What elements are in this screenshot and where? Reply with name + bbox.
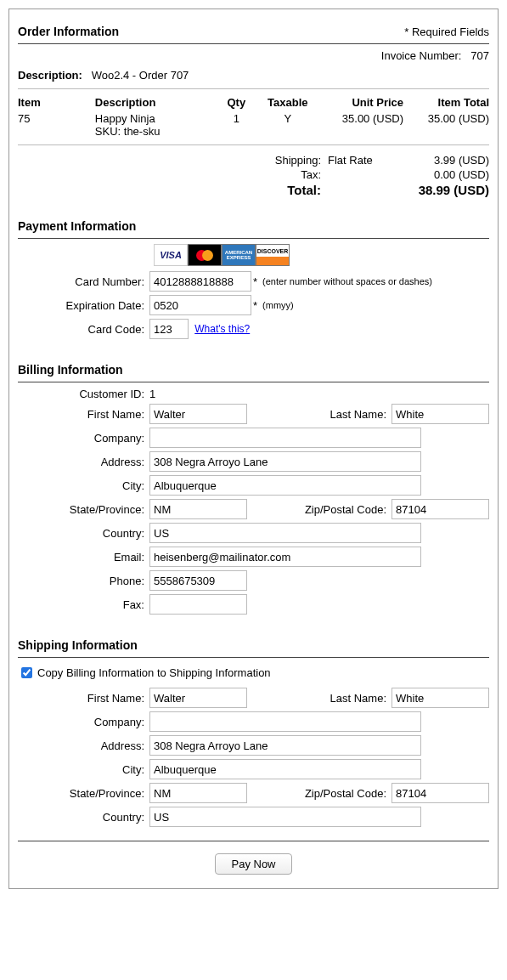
col-unit-price: Unit Price — [318, 94, 403, 110]
expiration-hint: (mmyy) — [262, 300, 294, 310]
expiration-label: Expiration Date: — [18, 299, 149, 312]
last-name-label: Last Name: — [247, 408, 392, 421]
first-name-label: First Name: — [18, 408, 149, 421]
customer-id-label: Customer ID: — [18, 388, 149, 400]
billing-zip-input[interactable] — [392, 499, 489, 519]
divider — [18, 841, 489, 841]
divider — [18, 382, 489, 382]
expiration-input[interactable] — [149, 295, 251, 315]
col-desc: Description — [95, 94, 215, 110]
billing-phone-row: Phone: — [18, 570, 489, 591]
pay-now-button[interactable]: Pay Now — [215, 853, 291, 875]
customer-id-value: 1 — [149, 388, 155, 400]
tax-mid — [328, 168, 404, 181]
address-label: Address: — [18, 456, 149, 468]
whats-this-link[interactable]: What's this? — [194, 323, 250, 335]
billing-fax-input[interactable] — [149, 594, 247, 615]
invoice-row: Invoice Number: 707 — [18, 49, 489, 62]
address-label: Address: — [18, 739, 149, 752]
tax-label: Tax: — [245, 168, 321, 181]
item-desc: Happy Ninja — [95, 112, 215, 125]
billing-info-title: Billing Information — [18, 363, 123, 377]
shipping-country-input[interactable] — [149, 807, 421, 827]
shipping-country-row: Country: — [18, 807, 489, 827]
billing-last-name-input[interactable] — [392, 404, 489, 424]
cell-taxable: Y — [258, 110, 318, 139]
billing-company-input[interactable] — [149, 428, 421, 448]
shipping-city-input[interactable] — [149, 759, 421, 779]
copy-billing-row: Copy Billing Information to Shipping Inf… — [18, 665, 489, 681]
card-number-input[interactable] — [149, 271, 251, 292]
required-star: * — [253, 299, 257, 312]
billing-first-name-input[interactable] — [149, 404, 247, 424]
billing-email-row: Email: — [18, 547, 489, 567]
shipping-last-name-input[interactable] — [392, 688, 489, 708]
zip-label: Zip/Postal Code: — [247, 787, 392, 800]
cell-unit-price: 35.00 (USD) — [318, 110, 403, 139]
company-label: Company: — [18, 716, 149, 728]
col-taxable: Taxable — [258, 94, 318, 110]
fax-label: Fax: — [18, 598, 149, 611]
total-label: Total: — [245, 183, 321, 197]
divider — [18, 144, 489, 145]
amex-icon: AMERICANEXPRESS — [222, 244, 256, 266]
card-number-row: Card Number: * (enter number without spa… — [18, 271, 489, 292]
billing-address-input[interactable] — [149, 451, 421, 472]
first-name-label: First Name: — [18, 692, 149, 705]
billing-state-zip-row: State/Province: Zip/Postal Code: — [18, 499, 489, 519]
customer-id-row: Customer ID: 1 — [18, 388, 489, 400]
city-label: City: — [18, 763, 149, 776]
shipping-address-row: Address: — [18, 735, 489, 756]
expiration-row: Expiration Date: * (mmyy) — [18, 295, 489, 315]
email-label: Email: — [18, 551, 149, 564]
table-row: 75 Happy Ninja SKU: the-sku 1 Y 35.00 (U… — [18, 110, 489, 139]
billing-country-input[interactable] — [149, 523, 421, 543]
shipping-zip-input[interactable] — [392, 783, 489, 803]
shipping-company-input[interactable] — [149, 711, 421, 732]
cell-qty: 1 — [215, 110, 257, 139]
shipping-label: Shipping: — [245, 154, 321, 167]
city-label: City: — [18, 479, 149, 492]
cell-item: 75 — [18, 110, 95, 139]
copy-billing-checkbox[interactable] — [21, 667, 32, 678]
col-qty: Qty — [215, 94, 257, 110]
shipping-city-row: City: — [18, 759, 489, 779]
description-label: Description: — [18, 69, 82, 82]
description-row: Description: Woo2.4 - Order 707 — [18, 69, 489, 82]
invoice-number: 707 — [470, 49, 489, 62]
col-item: Item — [18, 94, 95, 110]
payment-info-title: Payment Information — [18, 219, 136, 233]
card-logos: VISA AMERICANEXPRESS DISCOVER — [154, 244, 489, 266]
card-code-input[interactable] — [149, 319, 189, 339]
billing-phone-input[interactable] — [149, 570, 247, 591]
billing-info-header: Billing Information — [18, 363, 489, 377]
discover-icon: DISCOVER — [256, 244, 290, 266]
cell-desc: Happy Ninja SKU: the-sku — [95, 110, 215, 139]
billing-email-input[interactable] — [149, 547, 421, 567]
required-star: * — [253, 275, 257, 288]
invoice-label: Invoice Number: — [381, 49, 462, 62]
order-info-title: Order Information — [18, 25, 119, 38]
shipping-state-input[interactable] — [149, 783, 247, 803]
copy-billing-label: Copy Billing Information to Shipping Inf… — [37, 666, 271, 679]
shipping-first-name-input[interactable] — [149, 688, 247, 708]
billing-fax-row: Fax: — [18, 594, 489, 615]
state-label: State/Province: — [18, 787, 149, 800]
last-name-label: Last Name: — [247, 692, 392, 705]
tax-value: 0.00 (USD) — [404, 168, 489, 181]
shipping-address-input[interactable] — [149, 735, 421, 756]
divider — [18, 238, 489, 239]
billing-city-row: City: — [18, 475, 489, 496]
billing-city-input[interactable] — [149, 475, 421, 496]
shipping-row: Shipping: Flat Rate 3.99 (USD) — [18, 154, 489, 167]
divider — [18, 88, 489, 89]
shipping-name-row: First Name: Last Name: — [18, 688, 489, 708]
total-mid — [328, 183, 404, 197]
shipping-method: Flat Rate — [328, 154, 404, 167]
country-label: Country: — [18, 811, 149, 824]
shipping-value: 3.99 (USD) — [404, 154, 489, 167]
totals-block: Shipping: Flat Rate 3.99 (USD) Tax: 0.00… — [18, 154, 489, 197]
phone-label: Phone: — [18, 575, 149, 587]
billing-state-input[interactable] — [149, 499, 247, 519]
table-header-row: Item Description Qty Taxable Unit Price … — [18, 94, 489, 110]
